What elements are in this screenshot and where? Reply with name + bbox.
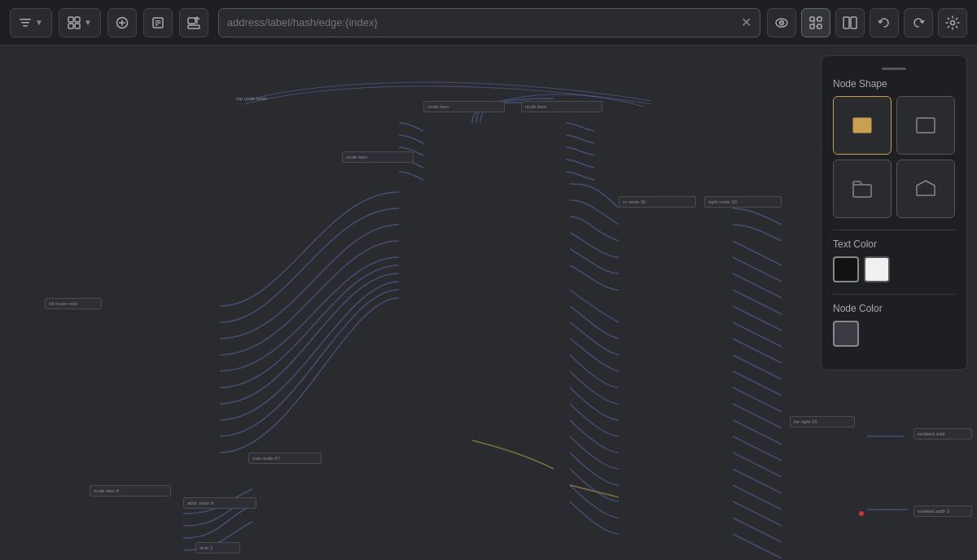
divider-1: [833, 230, 955, 230]
node-color-options: [833, 321, 955, 347]
svg-point-30: [859, 511, 864, 516]
svg-rect-5: [68, 24, 73, 28]
undo-button[interactable]: [870, 8, 899, 37]
add-node-button[interactable]: [107, 8, 137, 37]
svg-rect-2: [23, 25, 28, 27]
svg-rect-12: [155, 22, 160, 23]
svg-point-19: [781, 22, 782, 24]
svg-rect-1: [21, 22, 29, 24]
undo-icon: [877, 15, 892, 30]
svg-rect-21: [817, 17, 821, 21]
svg-rect-23: [817, 24, 821, 28]
drag-handle-bar: [882, 68, 906, 70]
svg-rect-4: [75, 17, 80, 22]
notes-button[interactable]: [143, 8, 173, 37]
text-color-label: Text Color: [833, 238, 955, 250]
filter-button[interactable]: ▼: [10, 8, 52, 37]
search-input[interactable]: address/label/hash/edge:{index}: [227, 16, 734, 28]
text-color-black[interactable]: [833, 256, 859, 282]
redo-icon: [911, 15, 926, 30]
svg-rect-22: [810, 24, 814, 28]
top-label: top node label: [236, 96, 267, 101]
notes-icon: [151, 16, 164, 29]
filter-chevron: ▼: [35, 18, 43, 27]
share-button[interactable]: [179, 8, 208, 37]
shape-rect-outline-button[interactable]: [896, 96, 955, 155]
svg-rect-31: [853, 118, 871, 133]
svg-rect-15: [188, 25, 199, 28]
layout-icon: [68, 16, 81, 29]
layout-button[interactable]: ▼: [59, 8, 101, 37]
svg-rect-33: [853, 185, 871, 197]
shape-folder-button[interactable]: [833, 160, 892, 218]
node-color-label: Node Color: [833, 303, 955, 314]
properties-panel: Node Shape Text Color: [821, 55, 967, 370]
layout-chevron: ▼: [84, 18, 92, 27]
auto-layout-button[interactable]: [801, 8, 830, 37]
split-icon: [843, 15, 857, 30]
shape-rect-button[interactable]: [833, 96, 892, 155]
svg-rect-0: [20, 19, 31, 20]
svg-rect-9: [119, 22, 125, 24]
search-bar[interactable]: address/label/hash/edge:{index} ✕: [218, 8, 760, 37]
svg-rect-32: [917, 118, 935, 133]
search-clear-button[interactable]: ✕: [741, 16, 751, 29]
text-color-white[interactable]: [864, 256, 890, 282]
shape-options: [833, 96, 955, 218]
svg-rect-3: [68, 17, 73, 22]
shape-house-button[interactable]: [896, 160, 955, 218]
svg-rect-6: [75, 24, 80, 28]
toolbar-right-actions: [767, 8, 967, 37]
auto-layout-icon: [808, 15, 823, 30]
bird-eye-button[interactable]: [767, 8, 796, 37]
svg-rect-27: [843, 17, 849, 28]
add-icon: [116, 16, 129, 29]
split-button[interactable]: [835, 8, 865, 37]
svg-point-29: [951, 20, 955, 24]
text-color-options: [833, 256, 955, 282]
node-color-default[interactable]: [833, 321, 859, 347]
settings-icon: [945, 15, 960, 30]
redo-button[interactable]: [904, 8, 933, 37]
divider-2: [833, 294, 955, 295]
filter-icon: [19, 16, 32, 29]
svg-rect-13: [155, 24, 158, 25]
bird-eye-icon: [774, 15, 789, 30]
svg-marker-34: [917, 181, 935, 195]
share-icon: [187, 16, 200, 29]
settings-button[interactable]: [938, 8, 967, 37]
svg-rect-20: [810, 17, 814, 21]
toolbar: ▼ ▼ address/: [0, 0, 977, 46]
svg-rect-11: [155, 20, 160, 21]
panel-drag-handle[interactable]: [833, 68, 955, 70]
svg-rect-28: [851, 17, 857, 28]
node-shape-label: Node Shape: [833, 78, 955, 90]
svg-rect-14: [188, 18, 195, 24]
